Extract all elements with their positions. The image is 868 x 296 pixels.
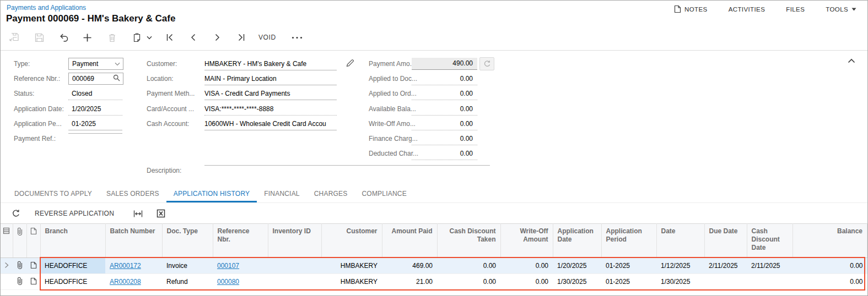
activities-label: ACTIVITIES bbox=[729, 6, 765, 13]
grid-settings-button[interactable] bbox=[1, 224, 13, 258]
go-previous-button[interactable] bbox=[186, 30, 201, 45]
cell-cash-discount-date[interactable] bbox=[747, 274, 792, 290]
breadcrumb[interactable]: Payments and Applications bbox=[7, 4, 86, 12]
edit-customer-button[interactable] bbox=[346, 59, 354, 69]
table-row[interactable]: HEADOFFICE AR000208 Refund 000080 HMBAKE… bbox=[1, 274, 867, 290]
col-branch[interactable]: Branch bbox=[40, 224, 105, 258]
tab-application-history[interactable]: APPLICATION HISTORY bbox=[166, 187, 257, 202]
tab-documents-to-apply[interactable]: DOCUMENTS TO APPLY bbox=[7, 187, 99, 202]
cell-balance[interactable]: 0.00 bbox=[792, 274, 867, 290]
col-application-period[interactable]: Application Period bbox=[601, 224, 656, 258]
batch-number-link[interactable]: AR000172 bbox=[110, 262, 141, 270]
card-account-label: Card/Account ... bbox=[147, 103, 194, 115]
activities-button[interactable]: ACTIVITIES bbox=[729, 6, 765, 13]
export-to-excel-button[interactable] bbox=[153, 206, 169, 221]
cell-amount-paid[interactable]: 21.00 bbox=[382, 274, 437, 290]
cell-date[interactable]: 1/12/2025 bbox=[656, 258, 704, 274]
copy-paste-button[interactable] bbox=[129, 30, 144, 45]
caret-down-icon bbox=[851, 8, 856, 11]
cancel-undo-button[interactable] bbox=[56, 30, 72, 45]
cell-doc-type[interactable]: Refund bbox=[162, 274, 213, 290]
cell-branch[interactable]: HEADOFFICE bbox=[40, 258, 105, 274]
note-icon bbox=[30, 261, 37, 269]
cell-reference-nbr[interactable]: 000107 bbox=[213, 258, 268, 274]
cell-write-off-amount[interactable]: 0.00 bbox=[500, 274, 553, 290]
reference-nbr-link[interactable]: 000080 bbox=[217, 278, 239, 286]
col-batch-number[interactable]: Batch Number bbox=[105, 224, 162, 258]
go-next-button[interactable] bbox=[209, 30, 225, 45]
payment-method-input[interactable]: VISA - Credit Card Payments bbox=[204, 88, 337, 100]
cash-account-input[interactable]: 10600WH - Wholesale Credit Card Accou bbox=[204, 118, 337, 130]
cell-doc-type[interactable]: Invoice bbox=[162, 258, 213, 274]
col-due-date[interactable]: Due Date bbox=[704, 224, 747, 258]
cell-reference-nbr[interactable]: 000080 bbox=[213, 274, 268, 290]
cell-due-date[interactable] bbox=[704, 274, 747, 290]
cell-application-period[interactable]: 01-2025 bbox=[601, 258, 656, 274]
more-actions-button[interactable] bbox=[289, 30, 305, 45]
cell-inventory-id[interactable] bbox=[268, 258, 321, 274]
cell-application-period[interactable]: 01-2025 bbox=[601, 274, 656, 290]
payment-ref-input[interactable] bbox=[68, 133, 122, 134]
col-cash-discount-taken[interactable]: Cash Discount Taken bbox=[437, 224, 500, 258]
row-expander[interactable] bbox=[1, 258, 13, 274]
void-button[interactable]: VOID bbox=[258, 30, 276, 45]
cell-date[interactable]: 1/30/2025 bbox=[656, 274, 704, 290]
add-new-button[interactable] bbox=[79, 30, 95, 45]
col-amount-paid[interactable]: Amount Paid bbox=[382, 224, 437, 258]
row-expander[interactable] bbox=[1, 274, 13, 290]
col-inventory-id[interactable]: Inventory ID bbox=[268, 224, 321, 258]
payment-amount-input[interactable]: 490.00 bbox=[412, 58, 477, 70]
customer-input[interactable]: HMBAKERY - HM's Bakery & Cafe bbox=[204, 58, 337, 70]
cell-cash-discount-taken[interactable]: 0.00 bbox=[437, 274, 500, 290]
tab-charges[interactable]: CHARGES bbox=[307, 187, 355, 202]
batch-number-link[interactable]: AR000208 bbox=[110, 278, 141, 286]
cell-customer[interactable]: HMBAKERY bbox=[321, 274, 382, 290]
notes-button[interactable]: NOTES bbox=[674, 5, 708, 13]
description-input[interactable] bbox=[204, 165, 490, 166]
row-attachments-button[interactable] bbox=[13, 258, 26, 274]
application-period-input[interactable]: 01-2025 bbox=[68, 118, 122, 130]
cell-application-date[interactable]: 1/20/2025 bbox=[553, 258, 601, 274]
cell-branch[interactable]: HEADOFFICE bbox=[40, 274, 105, 290]
col-write-off-amount[interactable]: Write-Off Amount bbox=[500, 224, 553, 258]
col-customer[interactable]: Customer bbox=[321, 224, 382, 258]
col-doc-type[interactable]: Doc. Type bbox=[162, 224, 213, 258]
row-attachments-button[interactable] bbox=[13, 274, 26, 290]
fit-to-screen-button[interactable] bbox=[130, 206, 145, 221]
col-application-date[interactable]: Application Date bbox=[553, 224, 601, 258]
row-note-button[interactable] bbox=[26, 258, 40, 274]
cell-cash-discount-taken[interactable]: 0.00 bbox=[437, 258, 500, 274]
col-balance[interactable]: Balance bbox=[792, 224, 867, 258]
col-reference-nbr[interactable]: Reference Nbr. bbox=[213, 224, 268, 258]
tab-financial[interactable]: FINANCIAL bbox=[257, 187, 306, 202]
type-select[interactable]: Payment bbox=[68, 58, 123, 70]
grid-refresh-button[interactable] bbox=[8, 206, 24, 221]
reference-nbr-input[interactable]: 000069 bbox=[68, 73, 123, 85]
cell-customer[interactable]: HMBAKERY bbox=[321, 258, 382, 274]
table-row[interactable]: HEADOFFICE AR000172 Invoice 000107 HMBAK… bbox=[1, 258, 867, 274]
tools-button[interactable]: TOOLS bbox=[826, 6, 856, 13]
cell-cash-discount-date[interactable]: 2/11/2025 bbox=[747, 258, 792, 274]
location-input[interactable]: MAIN - Primary Location bbox=[204, 73, 337, 85]
recalculate-amount-button[interactable] bbox=[479, 57, 494, 70]
row-note-button[interactable] bbox=[26, 274, 40, 290]
reverse-application-button[interactable]: REVERSE APPLICATION bbox=[35, 206, 114, 221]
col-date[interactable]: Date bbox=[656, 224, 704, 258]
go-first-button[interactable] bbox=[162, 30, 177, 45]
tab-sales-orders[interactable]: SALES ORDERS bbox=[99, 187, 166, 202]
go-last-button[interactable] bbox=[234, 30, 249, 45]
copy-paste-menu-button[interactable] bbox=[144, 30, 154, 45]
col-cash-discount-date[interactable]: Cash Discount Date bbox=[747, 224, 792, 258]
cell-inventory-id[interactable] bbox=[268, 274, 321, 290]
cell-application-date[interactable]: 1/30/2025 bbox=[553, 274, 601, 290]
collapse-panel-button[interactable] bbox=[848, 56, 855, 65]
cell-balance[interactable]: 0.00 bbox=[792, 258, 867, 274]
cell-amount-paid[interactable]: 469.00 bbox=[382, 258, 437, 274]
files-button[interactable]: FILES bbox=[786, 6, 805, 13]
cell-due-date[interactable]: 2/11/2025 bbox=[704, 258, 747, 274]
cell-batch-number[interactable]: AR000172 bbox=[105, 258, 162, 274]
cell-batch-number[interactable]: AR000208 bbox=[105, 274, 162, 290]
reference-nbr-link[interactable]: 000107 bbox=[217, 262, 239, 270]
cell-write-off-amount[interactable]: 0.00 bbox=[500, 258, 553, 274]
tab-compliance[interactable]: COMPLIANCE bbox=[354, 187, 413, 202]
